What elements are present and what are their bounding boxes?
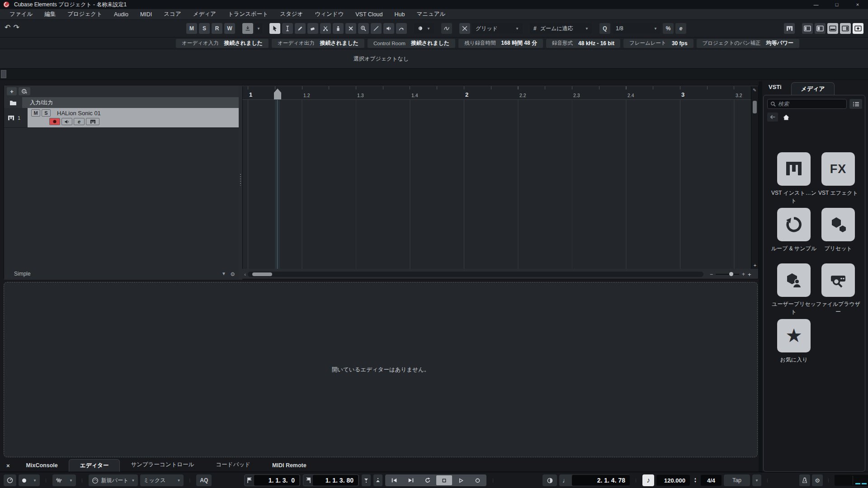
zoom-in-button[interactable]: + — [742, 271, 745, 277]
metronome-setup-gear-icon[interactable]: ⚙ — [812, 474, 823, 486]
glue-tool[interactable] — [333, 23, 344, 34]
menu-transport[interactable]: トランスポート — [222, 10, 274, 18]
add-track-button[interactable]: + — [7, 87, 17, 95]
zoom-slider-thumb[interactable] — [729, 272, 733, 276]
write-automation-button[interactable]: W — [224, 23, 235, 34]
list-view-button[interactable] — [849, 99, 862, 109]
zoom-slider[interactable] — [716, 274, 739, 275]
zoom-preset-button[interactable]: + — [748, 271, 751, 278]
split-tool[interactable] — [320, 23, 331, 34]
instrument-track-row[interactable]: 1 M S HALion Sonic 01 e — [4, 108, 239, 128]
edit-instrument-button[interactable] — [86, 118, 99, 125]
menu-manual[interactable]: マニュアル — [410, 10, 451, 18]
quantize-icon-button[interactable]: Q — [599, 23, 610, 34]
metronome-button[interactable] — [799, 474, 810, 486]
zoom-tool[interactable] — [358, 23, 369, 34]
mute-tool[interactable] — [345, 23, 356, 34]
event-display-grid[interactable] — [242, 100, 751, 269]
menu-file[interactable]: ファイル — [4, 10, 38, 18]
quantize-preset-dropdown[interactable]: 1/8 ▼ — [612, 23, 661, 34]
vertical-zoom-in-button[interactable]: + — [752, 263, 758, 268]
go-to-previous-marker-button[interactable] — [386, 475, 402, 485]
project-overview-line[interactable] — [0, 68, 868, 80]
pan-law[interactable]: プロジェクトのパン補正均等パワー — [697, 39, 800, 48]
setup-window-layout-button[interactable] — [853, 23, 863, 34]
play-button[interactable] — [453, 475, 469, 485]
iterative-quantize-button[interactable]: % — [663, 23, 674, 34]
menu-audio[interactable]: Audio — [108, 11, 134, 18]
auto-quantize-button[interactable]: AQ — [196, 474, 212, 486]
retrospective-record-button[interactable] — [542, 474, 557, 486]
spinner-up-icon[interactable]: ▲ — [694, 477, 697, 480]
tab-midi-remote[interactable]: MIDI Remote — [261, 462, 317, 469]
zoom-out-button[interactable]: − — [710, 271, 713, 277]
menu-project[interactable]: プロジェクト — [61, 10, 108, 18]
tile-loops-samples[interactable]: ループ & サンプル — [770, 208, 818, 253]
snap-button[interactable] — [459, 23, 470, 34]
mute-all-button[interactable]: M — [186, 23, 197, 34]
record-enable-button[interactable] — [49, 118, 60, 125]
time-position-value[interactable]: 2. 1. 4. 78 — [572, 475, 630, 486]
stop-button[interactable] — [436, 475, 452, 485]
onscreen-keyboard-button[interactable] — [784, 23, 795, 34]
undo-icon[interactable]: ↶ — [5, 23, 10, 32]
right-locator-value[interactable]: 1. 1. 3. 80 — [313, 475, 358, 486]
control-room-status[interactable]: Control Room接続されました — [368, 39, 455, 48]
right-locator[interactable]: 1. 1. 3. 80 — [303, 474, 359, 486]
timeline-ruler[interactable]: 1 1.2 1.3 1.4 2 2.2 2.3 2.4 3 3.2 — [242, 86, 751, 100]
tile-vst-effects[interactable]: FX VST エフェクト — [814, 152, 862, 197]
track-solo-button[interactable]: S — [42, 109, 51, 117]
solo-all-button[interactable]: S — [199, 23, 210, 34]
horizontal-scroll-thumb[interactable] — [252, 272, 272, 276]
audio-mix-dropdown[interactable]: ミックス ▼ — [140, 474, 184, 486]
media-search-box[interactable] — [767, 99, 847, 109]
menu-hub[interactable]: Hub — [389, 11, 411, 18]
menu-media[interactable]: メディア — [187, 10, 222, 18]
vertical-scroll-thumb[interactable] — [753, 101, 757, 113]
grid-type-dropdown[interactable]: # ズームに適応 ▼ — [530, 23, 592, 34]
tab-chord-pads[interactable]: コードパッド — [205, 461, 261, 469]
tile-favorites[interactable]: ★ お気に入り — [770, 319, 818, 364]
punch-in-button[interactable] — [362, 474, 371, 486]
tab-vsti[interactable]: VSTi — [769, 84, 782, 90]
tab-media[interactable]: メディア — [791, 82, 835, 95]
range-selection-tool[interactable] — [282, 23, 293, 34]
record-button[interactable] — [470, 475, 486, 485]
play-tool[interactable] — [383, 23, 394, 34]
tempo-track-button[interactable]: ♪ — [642, 474, 654, 486]
close-lower-zone-icon[interactable]: × — [6, 463, 10, 469]
go-to-next-marker-button[interactable] — [403, 475, 419, 485]
playhead-handle[interactable] — [274, 89, 281, 99]
edit-channel-button[interactable]: e — [74, 118, 85, 125]
menu-vst-cloud[interactable]: VST Cloud — [349, 11, 388, 18]
primary-time-display[interactable]: ♩ 2. 1. 4. 78 — [559, 474, 630, 486]
left-locator[interactable]: 1. 1. 3. 0 — [244, 474, 300, 486]
tempo-options-button[interactable]: ▼ — [752, 474, 761, 486]
horizontal-scrollbar[interactable] — [248, 272, 703, 277]
menu-midi[interactable]: MIDI — [134, 11, 158, 18]
tile-vst-instruments[interactable]: VST インスト…ント — [770, 152, 818, 205]
spinner-down-icon[interactable]: ▼ — [694, 480, 697, 483]
close-button[interactable]: × — [847, 0, 868, 9]
redo-icon[interactable]: ↷ — [13, 23, 19, 32]
preset-caret-icon[interactable]: ▼ — [222, 271, 226, 276]
menu-edit[interactable]: 編集 — [38, 10, 61, 18]
io-folder-track[interactable]: 入力/出力 — [4, 97, 239, 108]
color-tool-dropdown[interactable]: ▼ — [414, 23, 434, 34]
output-level-meter[interactable] — [835, 475, 868, 486]
tab-sampler-control[interactable]: サンプラーコントロール — [120, 461, 205, 469]
snap-type-dropdown[interactable]: グリッド ▼ — [472, 23, 523, 34]
track-settings-gear-icon[interactable]: ⚙ — [230, 271, 235, 277]
overview-thumb[interactable] — [1, 70, 6, 78]
frame-rate[interactable]: フレームレート30 fps — [623, 39, 693, 48]
quantize-panel-button[interactable]: e — [675, 23, 686, 34]
midi-record-mode-dropdown[interactable]: 新規パート ▼ — [89, 474, 138, 486]
feedback-tool[interactable] — [396, 23, 407, 34]
left-locator-value[interactable]: 1. 1. 3. 0 — [254, 475, 299, 486]
tile-file-browser[interactable]: ファイルブラウザー — [814, 263, 862, 316]
scroll-left-icon[interactable]: ‹ — [242, 272, 248, 277]
vertical-scrollbar[interactable]: ✎ + — [751, 86, 758, 269]
minimize-button[interactable]: — — [806, 0, 826, 9]
home-icon[interactable] — [783, 114, 790, 121]
tempo-spinner[interactable]: ▲ ▼ — [692, 477, 698, 483]
